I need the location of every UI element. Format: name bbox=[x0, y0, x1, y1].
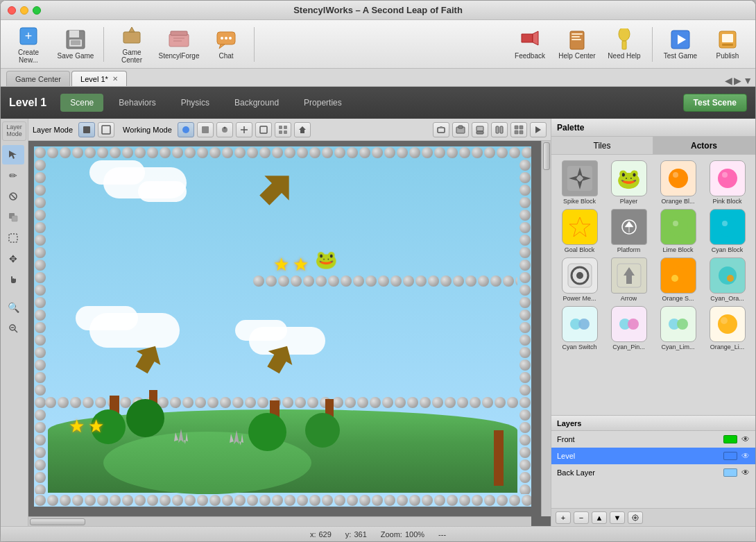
select-tool-button[interactable] bbox=[2, 145, 24, 164]
test-game-button[interactable]: Test Game bbox=[658, 24, 703, 65]
palette-item-cyan-switch[interactable]: Cyan Switch bbox=[557, 306, 602, 350]
game-center-button[interactable]: Game Center bbox=[110, 24, 154, 65]
canvas-btn-4[interactable] bbox=[491, 122, 508, 137]
layers-settings-button[interactable] bbox=[628, 511, 643, 524]
v-scroll-thumb[interactable] bbox=[543, 142, 550, 170]
svg-point-93 bbox=[576, 272, 583, 279]
canvas-btn-3[interactable] bbox=[472, 122, 488, 137]
palette-item-goal-block[interactable]: Goal Block bbox=[557, 209, 602, 253]
layer-mode-btn-2[interactable] bbox=[98, 122, 114, 137]
tab-level-1[interactable]: Level 1* ✕ bbox=[71, 71, 127, 86]
svg-rect-9 bbox=[171, 31, 187, 35]
palette-item-lime-block[interactable]: Lime Block bbox=[655, 209, 701, 253]
palette-item-cyan-block[interactable]: Cyan Block bbox=[705, 209, 750, 253]
palette-item-orange-s[interactable]: Orange S... bbox=[655, 257, 701, 302]
test-scene-button[interactable]: Test Scene bbox=[683, 94, 747, 112]
layer-item-front[interactable]: Front 👁 bbox=[551, 431, 755, 448]
layer-mode-btn-1[interactable] bbox=[78, 122, 95, 137]
eraser-tool-button[interactable] bbox=[2, 187, 24, 206]
chat-icon bbox=[215, 28, 237, 51]
scene-tab-behaviors[interactable]: Behaviors bbox=[109, 94, 165, 112]
stencylforge-button[interactable]: StencylForge bbox=[157, 24, 201, 65]
scene-tab-physics[interactable]: Physics bbox=[171, 94, 219, 112]
working-mode-btn-5[interactable] bbox=[255, 122, 272, 137]
palette-item-orange-block[interactable]: Orange Bl... bbox=[655, 160, 701, 205]
need-help-button[interactable]: Need Help bbox=[602, 24, 646, 65]
palette-item-spike-block[interactable]: Spike Block bbox=[557, 160, 602, 205]
canvas-scroll-area[interactable]: // Will be generated by JS below bbox=[28, 141, 551, 526]
palette-tab-actors[interactable]: Actors bbox=[653, 137, 755, 154]
svg-marker-84 bbox=[569, 217, 590, 237]
fill-tool-button[interactable] bbox=[2, 208, 24, 227]
canvas-btn-2[interactable] bbox=[452, 122, 469, 137]
scene-tab-properties[interactable]: Properties bbox=[294, 94, 352, 112]
h-scroll-thumb[interactable] bbox=[30, 518, 85, 525]
palette-item-cyan-ora[interactable]: Cyan_Ora... bbox=[705, 257, 750, 302]
layer-back-eye[interactable]: 👁 bbox=[741, 468, 750, 477]
tab-prev-button[interactable]: ◀ bbox=[725, 75, 732, 86]
working-mode-btn-2[interactable] bbox=[197, 122, 214, 137]
canvas-btn-5[interactable] bbox=[510, 122, 527, 137]
canvas-top-bar: Layer Mode Working Mode bbox=[28, 119, 551, 141]
tab-menu-button[interactable]: ▼ bbox=[743, 75, 753, 86]
layers-add-button[interactable]: + bbox=[556, 511, 571, 524]
layer-front-eye[interactable]: 👁 bbox=[741, 434, 750, 444]
feedback-button[interactable]: Feedback bbox=[508, 24, 552, 65]
svg-point-83 bbox=[722, 172, 728, 178]
scene-tab-scene[interactable]: Scene bbox=[60, 94, 103, 112]
working-mode-btn-7[interactable] bbox=[294, 122, 311, 137]
palette-item-cyan-pin[interactable]: Cyan_Pin... bbox=[606, 306, 651, 350]
tree-4 bbox=[318, 399, 340, 448]
working-mode-btn-4[interactable] bbox=[236, 122, 252, 137]
move-tool-button[interactable]: ✥ bbox=[2, 249, 24, 269]
tab-level-1-close[interactable]: ✕ bbox=[112, 75, 118, 83]
tab-game-center[interactable]: Game Center bbox=[6, 71, 70, 86]
horizontal-scrollbar[interactable] bbox=[28, 516, 531, 526]
working-mode-btn-6[interactable] bbox=[275, 122, 291, 137]
svg-rect-20 bbox=[572, 33, 583, 35]
layers-up-button[interactable]: ▲ bbox=[592, 511, 607, 524]
spike-block-thumb bbox=[562, 160, 598, 196]
palette-item-arrow[interactable]: Arrow bbox=[606, 257, 651, 302]
close-button[interactable] bbox=[8, 6, 16, 15]
tab-next-button[interactable]: ▶ bbox=[734, 75, 741, 86]
palette-item-platform[interactable]: Platform bbox=[606, 209, 651, 253]
publish-button[interactable]: Publish bbox=[705, 24, 750, 65]
cyan-pin-thumb bbox=[611, 306, 647, 342]
palette-tab-tiles[interactable]: Tiles bbox=[551, 137, 653, 154]
save-game-button[interactable]: Save Game bbox=[53, 24, 98, 65]
scene-tool-button[interactable] bbox=[2, 228, 24, 248]
layers-remove-button[interactable]: − bbox=[574, 511, 589, 524]
minimize-button[interactable] bbox=[20, 6, 28, 15]
maximize-button[interactable] bbox=[33, 6, 41, 15]
scene-tab-background[interactable]: Background bbox=[225, 94, 289, 112]
svg-marker-73 bbox=[131, 341, 166, 375]
svg-rect-61 bbox=[515, 126, 518, 129]
palette-item-power-me[interactable]: Power Me... bbox=[557, 257, 602, 302]
zoom-out-button[interactable] bbox=[2, 319, 24, 338]
layer-level-eye[interactable]: 👁 bbox=[741, 451, 750, 461]
chat-button[interactable]: Chat bbox=[204, 24, 248, 65]
create-new-button[interactable]: + Create New... bbox=[6, 24, 51, 65]
svg-point-98 bbox=[719, 266, 737, 285]
palette-item-pink-block[interactable]: Pink Block bbox=[705, 160, 750, 205]
layer-item-level[interactable]: Level 👁 bbox=[551, 448, 755, 464]
svg-rect-35 bbox=[9, 234, 17, 242]
palette-item-orange-li[interactable]: Orange_Li... bbox=[705, 306, 750, 350]
help-center-button[interactable]: Help Center bbox=[555, 24, 599, 65]
goal-block-thumb bbox=[562, 209, 598, 245]
canvas-btn-1[interactable] bbox=[433, 122, 449, 137]
working-mode-btn-1[interactable] bbox=[178, 122, 194, 137]
layers-down-button[interactable]: ▼ bbox=[610, 511, 625, 524]
palette-item-cyan-lim[interactable]: Cyan_Lim... bbox=[655, 306, 701, 350]
pencil-tool-button[interactable]: ✏ bbox=[2, 166, 24, 185]
vertical-scrollbar[interactable] bbox=[541, 141, 551, 516]
zoom-in-button[interactable]: 🔍 bbox=[2, 298, 24, 317]
canvas-btn-play[interactable] bbox=[530, 122, 547, 137]
layer-mode-label: Layer Mode bbox=[4, 124, 24, 137]
working-mode-btn-3[interactable] bbox=[216, 122, 233, 137]
game-canvas[interactable]: // Will be generated by JS below bbox=[34, 146, 531, 507]
layer-item-back[interactable]: Back Layer 👁 bbox=[551, 464, 755, 481]
palette-item-player[interactable]: 🐸 Player bbox=[606, 160, 651, 205]
hand-tool-button[interactable] bbox=[2, 270, 24, 289]
